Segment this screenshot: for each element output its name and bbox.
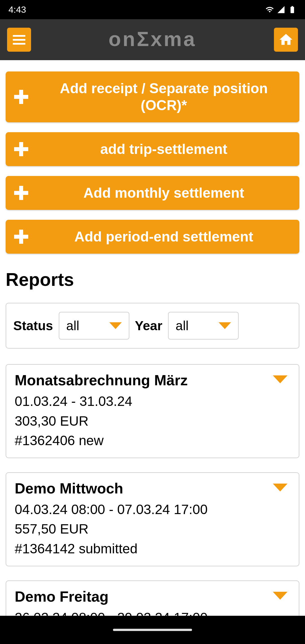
hamburger-icon [13,35,25,45]
report-card[interactable]: Demo Mittwoch 04.03.24 08:00 - 07.03.24 … [6,472,299,566]
wifi-icon [265,5,274,14]
status-bar: 4:43 [0,0,305,19]
battery-icon [288,5,297,14]
plus-icon [14,90,28,104]
report-amount: 557,50 EUR [15,519,290,539]
plus-icon [14,142,28,156]
chevron-down-icon [219,322,231,329]
add-trip-button[interactable]: add trip-settlement [6,132,299,166]
app-header: onΣxma [0,19,305,60]
year-select-value: all [176,318,189,333]
chevron-down-icon [273,484,287,491]
year-select[interactable]: all [168,312,239,340]
status-icons [265,5,297,14]
main-content: Add receipt / Separate position (OCR)* a… [0,60,305,616]
add-trip-label: add trip-settlement [37,141,291,158]
chevron-down-icon [109,322,122,329]
menu-button[interactable] [7,28,31,52]
year-filter-label: Year [135,318,162,333]
chevron-down-icon [273,375,287,383]
add-monthly-label: Add monthly settlement [37,184,291,201]
report-card[interactable]: Demo Freitag 26.02.24 08:00 - 29.02.24 1… [6,580,299,616]
signal-icon [277,5,285,14]
nav-bar [0,616,305,644]
home-icon [278,32,294,47]
filter-box: Status all Year all [6,303,299,349]
chevron-down-icon [273,592,287,600]
plus-icon [14,230,28,244]
app-logo: onΣxma [31,29,274,51]
status-filter-label: Status [13,318,53,333]
logo-svg: onΣxma [76,29,229,51]
report-card[interactable]: Monatsabrechnung März 01.03.24 - 31.03.2… [6,364,299,458]
reports-heading: Reports [6,269,299,290]
report-meta: #1362406 new [15,431,290,451]
report-daterange: 26.02.24 08:00 - 29.02.24 17:00 [15,608,290,616]
add-period-label: Add period-end settlement [37,228,291,245]
report-title: Demo Freitag [15,588,290,605]
report-amount: 303,30 EUR [15,411,290,431]
add-period-button[interactable]: Add period-end settlement [6,220,299,254]
add-receipt-button[interactable]: Add receipt / Separate position (OCR)* [6,71,299,122]
report-title: Monatsabrechnung März [15,372,290,389]
report-meta: #1364142 submitted [15,539,290,559]
report-daterange: 01.03.24 - 31.03.24 [15,391,290,411]
report-daterange: 04.03.24 08:00 - 07.03.24 17:00 [15,500,290,519]
status-select[interactable]: all [59,312,129,340]
status-time: 4:43 [8,5,26,15]
svg-text:onΣxma: onΣxma [108,29,196,50]
add-receipt-label: Add receipt / Separate position (OCR)* [37,80,291,114]
status-select-value: all [66,318,79,333]
home-button[interactable] [274,28,298,52]
report-title: Demo Mittwoch [15,480,290,497]
plus-icon [14,186,28,200]
home-indicator[interactable] [113,629,192,631]
add-monthly-button[interactable]: Add monthly settlement [6,176,299,210]
